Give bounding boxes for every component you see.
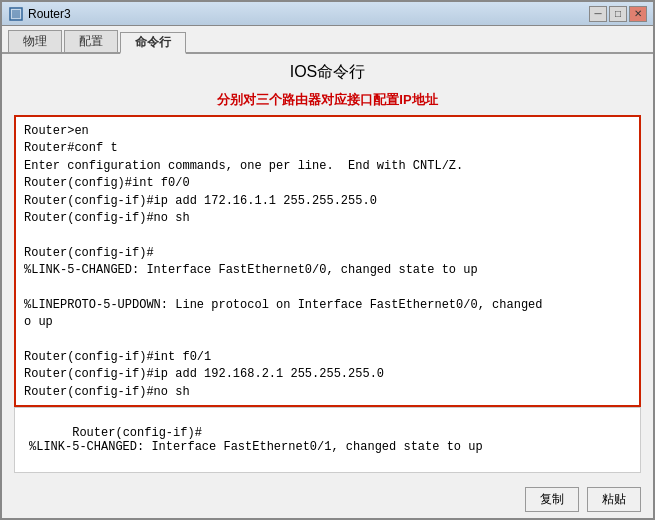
bottom-output: Router(config-if)# %LINK-5-CHANGED: Inte… xyxy=(14,407,641,473)
close-button[interactable]: ✕ xyxy=(629,6,647,22)
title-bar: Router3 ─ □ ✕ xyxy=(2,2,653,26)
tab-mingling[interactable]: 命令行 xyxy=(120,32,186,54)
page-title: IOS命令行 xyxy=(14,62,641,83)
window-title: Router3 xyxy=(28,7,589,21)
tab-peizhi[interactable]: 配置 xyxy=(64,30,118,52)
button-bar: 复制 粘贴 xyxy=(2,481,653,518)
main-content: IOS命令行 分别对三个路由器对应接口配置IP地址 Router>en Rout… xyxy=(2,54,653,481)
window-controls: ─ □ ✕ xyxy=(589,6,647,22)
minimize-button[interactable]: ─ xyxy=(589,6,607,22)
terminal-scroll[interactable]: Router>en Router#conf t Enter configurat… xyxy=(16,117,639,405)
terminal-text: Router>en Router#conf t Enter configurat… xyxy=(24,123,631,401)
restore-button[interactable]: □ xyxy=(609,6,627,22)
main-window: Router3 ─ □ ✕ 物理 配置 命令行 IOS命令行 分别对三个路由器对… xyxy=(0,0,655,520)
svg-rect-1 xyxy=(12,10,20,18)
bottom-text: Router(config-if)# %LINK-5-CHANGED: Inte… xyxy=(29,426,483,454)
tab-wuli[interactable]: 物理 xyxy=(8,30,62,52)
copy-button[interactable]: 复制 xyxy=(525,487,579,512)
paste-button[interactable]: 粘贴 xyxy=(587,487,641,512)
tab-bar: 物理 配置 命令行 xyxy=(2,26,653,54)
window-icon xyxy=(8,6,24,22)
section-heading: 分别对三个路由器对应接口配置IP地址 xyxy=(14,91,641,109)
terminal-area[interactable]: Router>en Router#conf t Enter configurat… xyxy=(14,115,641,407)
